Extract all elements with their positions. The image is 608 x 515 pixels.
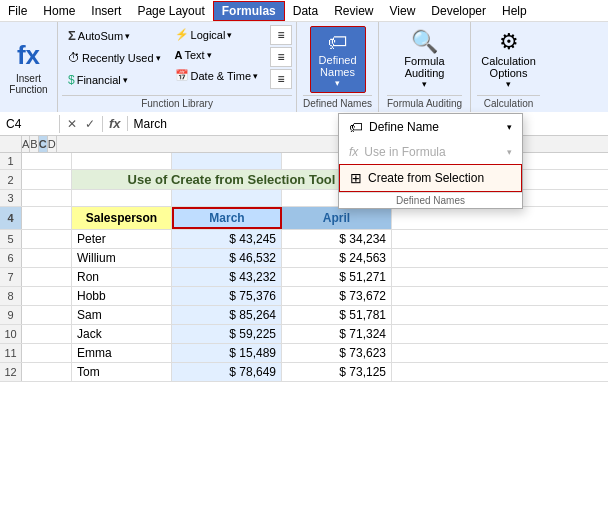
- cell-d6[interactable]: $ 24,563: [282, 249, 392, 267]
- fn-extra-btn-1[interactable]: ≡: [270, 25, 292, 45]
- name-peter: Peter: [77, 232, 106, 246]
- recently-used-icon: ⏱: [68, 51, 80, 65]
- cell-d9[interactable]: $ 51,781: [282, 306, 392, 324]
- cell-c4[interactable]: March: [172, 207, 282, 229]
- cell-c6[interactable]: $ 46,532: [172, 249, 282, 267]
- cell-c3[interactable]: [172, 190, 282, 206]
- dropdown-use-in-formula[interactable]: fx Use in Formula ▾: [339, 140, 522, 164]
- row-header-12[interactable]: 12: [0, 363, 22, 381]
- dropdown-create-from-selection[interactable]: ⊞ Create from Selection: [339, 164, 522, 192]
- fn-extra-btns: ≡ ≡ ≡: [270, 25, 292, 89]
- cell-b5[interactable]: Peter: [72, 230, 172, 248]
- cell-a5[interactable]: [22, 230, 72, 248]
- cell-a12[interactable]: [22, 363, 72, 381]
- cell-b4[interactable]: Salesperson: [72, 207, 172, 229]
- calculation-button[interactable]: ⚙ CalculationOptions ▾: [477, 27, 539, 91]
- cell-a3[interactable]: [22, 190, 72, 206]
- col-header-c[interactable]: C: [39, 136, 48, 152]
- cell-d5[interactable]: $ 34,234: [282, 230, 392, 248]
- cell-c10[interactable]: $ 59,225: [172, 325, 282, 343]
- row-header-6[interactable]: 6: [0, 249, 22, 267]
- cell-b1[interactable]: [72, 153, 172, 169]
- recently-used-button[interactable]: ⏱ Recently Used ▾: [62, 48, 167, 68]
- row-header-3[interactable]: 3: [0, 190, 22, 206]
- logical-button[interactable]: ⚡ Logical ▾: [169, 25, 265, 44]
- cell-a2[interactable]: [22, 170, 72, 189]
- calculation-section-label: Calculation: [477, 95, 540, 109]
- cell-c5[interactable]: $ 43,245: [172, 230, 282, 248]
- col-header-b[interactable]: B: [30, 136, 38, 152]
- cell-a4[interactable]: [22, 207, 72, 229]
- cell-b8[interactable]: Hobb: [72, 287, 172, 305]
- menu-file[interactable]: File: [0, 2, 35, 20]
- defined-names-button[interactable]: 🏷 DefinedNames ▾: [310, 26, 366, 93]
- text-button[interactable]: A Text ▾: [169, 46, 265, 64]
- cell-d11[interactable]: $ 73,623: [282, 344, 392, 362]
- menu-data[interactable]: Data: [285, 2, 326, 20]
- datetime-button[interactable]: 📅 Date & Time ▾: [169, 66, 265, 85]
- cell-d10[interactable]: $ 71,324: [282, 325, 392, 343]
- cell-a9[interactable]: [22, 306, 72, 324]
- cell-c12[interactable]: $ 78,649: [172, 363, 282, 381]
- cell-b9[interactable]: Sam: [72, 306, 172, 324]
- menu-help[interactable]: Help: [494, 2, 535, 20]
- row-header-1[interactable]: 1: [0, 153, 22, 169]
- menu-insert[interactable]: Insert: [83, 2, 129, 20]
- cell-a10[interactable]: [22, 325, 72, 343]
- row-header-8[interactable]: 8: [0, 287, 22, 305]
- menu-review[interactable]: Review: [326, 2, 381, 20]
- menu-page-layout[interactable]: Page Layout: [129, 2, 212, 20]
- defined-names-btn-wrap: 🏷 DefinedNames ▾: [303, 25, 372, 93]
- menu-developer[interactable]: Developer: [423, 2, 494, 20]
- cell-c1[interactable]: [172, 153, 282, 169]
- cancel-formula-button[interactable]: ✕: [64, 116, 80, 132]
- cell-d7[interactable]: $ 51,271: [282, 268, 392, 286]
- cell-d8[interactable]: $ 73,672: [282, 287, 392, 305]
- val-d11: $ 73,623: [339, 346, 386, 360]
- insert-function-button[interactable]: fx InsertFunction: [0, 22, 58, 112]
- row-header-9[interactable]: 9: [0, 306, 22, 324]
- fn-col-right: ⚡ Logical ▾ A Text ▾ 📅 Date & Time ▾: [169, 25, 265, 85]
- cell-b11[interactable]: Emma: [72, 344, 172, 362]
- autosum-button[interactable]: Σ AutoSum ▾: [62, 25, 167, 46]
- cell-b7[interactable]: Ron: [72, 268, 172, 286]
- cell-a8[interactable]: [22, 287, 72, 305]
- row-header-5[interactable]: 5: [0, 230, 22, 248]
- menu-home[interactable]: Home: [35, 2, 83, 20]
- formula-auditing-group: 🔍 FormulaAuditing ▾ Formula Auditing: [379, 22, 471, 112]
- cell-a1[interactable]: [22, 153, 72, 169]
- table-row: 9 Sam $ 85,264 $ 51,781: [0, 306, 608, 325]
- menu-view[interactable]: View: [382, 2, 424, 20]
- col-header-a[interactable]: A: [22, 136, 30, 152]
- cell-a6[interactable]: [22, 249, 72, 267]
- row-header-2[interactable]: 2: [0, 170, 22, 189]
- cell-d12[interactable]: $ 73,125: [282, 363, 392, 381]
- val-c10: $ 59,225: [229, 327, 276, 341]
- formula-auditing-button[interactable]: 🔍 FormulaAuditing ▾: [399, 26, 449, 92]
- header-april: April: [323, 211, 350, 225]
- row-header-11[interactable]: 11: [0, 344, 22, 362]
- cell-c7[interactable]: $ 43,232: [172, 268, 282, 286]
- cell-d4[interactable]: April: [282, 207, 392, 229]
- cell-c8[interactable]: $ 75,376: [172, 287, 282, 305]
- cell-b3[interactable]: [72, 190, 172, 206]
- financial-button[interactable]: $ Financial ▾: [62, 70, 167, 90]
- row-header-7[interactable]: 7: [0, 268, 22, 286]
- menu-formulas[interactable]: Formulas: [213, 1, 285, 21]
- fn-extra-btn-2[interactable]: ≡: [270, 47, 292, 67]
- autosum-label: AutoSum: [78, 30, 123, 42]
- cell-a7[interactable]: [22, 268, 72, 286]
- row-header-10[interactable]: 10: [0, 325, 22, 343]
- fn-extra-btn-3[interactable]: ≡: [270, 69, 292, 89]
- cell-b12[interactable]: Tom: [72, 363, 172, 381]
- col-header-d[interactable]: D: [48, 136, 57, 152]
- cell-c11[interactable]: $ 15,489: [172, 344, 282, 362]
- cell-reference-box[interactable]: C4: [0, 115, 60, 133]
- confirm-formula-button[interactable]: ✓: [82, 116, 98, 132]
- cell-b10[interactable]: Jack: [72, 325, 172, 343]
- row-header-4[interactable]: 4: [0, 207, 22, 229]
- cell-c9[interactable]: $ 85,264: [172, 306, 282, 324]
- dropdown-define-name[interactable]: 🏷 Define Name ▾: [339, 114, 522, 140]
- cell-a11[interactable]: [22, 344, 72, 362]
- cell-b6[interactable]: Willium: [72, 249, 172, 267]
